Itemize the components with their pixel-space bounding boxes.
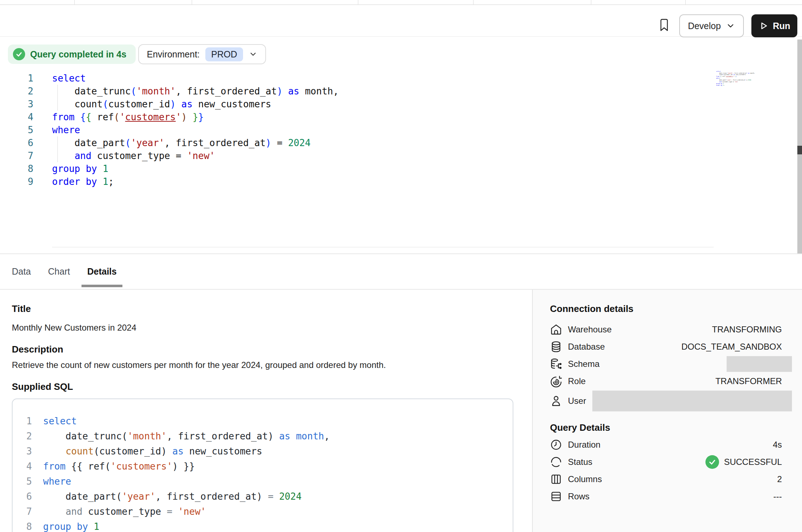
tab-divider [685,0,686,5]
line-number: 3 [25,444,32,459]
status-value: SUCCESSFUL [705,455,782,469]
editor-code: 1select2 date_trunc('month', first_order… [0,72,796,188]
check-circle-icon [13,48,25,60]
develop-dropdown-button[interactable]: Develop [679,14,744,37]
query-status-text: Query completed in 4s [30,49,126,60]
columns-label: Columns [568,474,602,484]
line-number: 3 [0,98,33,111]
toolbar: Develop Run [0,6,802,37]
vertical-scrollbar[interactable] [797,39,802,253]
code-line: 3 count(customer_id) as new_customers [25,444,500,459]
database-icon [550,341,562,353]
code-line: 4from {{ ref('customers') }} [0,111,796,123]
tab-divider [358,0,358,5]
success-badge-icon [705,455,719,469]
warehouse-icon [550,323,562,336]
user-row: User [550,390,792,412]
rows-value: --- [773,491,782,501]
line-number: 7 [25,504,32,519]
supplied-sql-heading: Supplied SQL [12,381,73,392]
code-line: order by 1; [716,84,756,86]
warehouse-label: Warehouse [568,325,612,335]
duration-row: Duration4s [550,436,792,453]
details-pane: Title Monthly New Customers in 2024 Desc… [0,290,532,532]
title-heading: Title [12,303,31,314]
tab-details[interactable]: Details [87,254,117,289]
chevron-down-icon [726,21,735,31]
sql-editor[interactable]: 1select2 date_trunc('month', first_order… [0,72,796,253]
user-label: User [568,396,586,406]
environment-dropdown[interactable]: Environment: PROD [138,44,266,64]
run-button[interactable]: Run [751,14,797,37]
rows-row: Rows--- [550,488,792,505]
role-row: RoleTRANSFORMER [550,373,792,390]
minimap[interactable]: select date_trunc('month', first_ordered… [716,70,756,92]
schema-label: Schema [568,359,600,369]
duration-label: Duration [568,440,601,450]
schema-row: Schema [550,355,792,373]
schema-icon [550,358,562,370]
user-redacted-value [592,391,792,411]
code-line: 1select [0,72,796,85]
rows-label: Rows [568,491,589,501]
query-status-pill: Query completed in 4s [8,45,136,64]
code-line: 4from {{ ref('customers') }} [25,459,500,474]
columns-row: Columns2 [550,471,792,488]
columns-value: 2 [777,474,782,484]
tab-divider [473,0,474,5]
code-line: 1select [25,414,500,429]
line-number: 9 [0,175,33,188]
line-number: 5 [0,123,33,136]
code-line: 7 and customer_type = 'new' [0,149,796,162]
code-line: 5where [0,123,796,136]
role-icon [550,375,562,387]
code-line: 8group by 1 [0,162,796,175]
warehouse-value: TRANSFORMING [712,325,782,335]
tab-divider [591,0,591,5]
line-number: 4 [0,111,33,123]
top-tab-strip [0,0,802,5]
line-number: 8 [25,519,32,532]
tab-divider [192,0,192,5]
line-number: 6 [0,136,33,149]
supplied-sql-card: 1select2 date_trunc('month', first_order… [12,398,513,532]
indent-guide [57,136,58,162]
line-number: 5 [25,474,32,489]
status-icon [550,456,562,468]
tab-data[interactable]: Data [12,254,31,289]
scrollbar-thumb[interactable] [797,146,802,154]
schema-redacted-value [727,356,792,372]
code-line: 8group by 1 [25,519,500,532]
chevron-down-icon [249,50,257,59]
connection-panel: Connection details WarehouseTRANSFORMING… [532,290,802,532]
environment-label: Environment: [147,49,200,60]
line-number: 1 [0,72,33,85]
description-value: Retrieve the count of new customers per … [12,360,386,370]
database-label: Database [568,342,605,352]
duration-icon [550,439,562,451]
role-label: Role [568,376,586,386]
code-line: 3 count(customer_id) as new_customers [0,98,796,111]
database-value: DOCS_TEAM_SANDBOX [681,342,782,352]
environment-value-pill: PROD [205,47,243,61]
code-line: 2 date_trunc('month', first_ordered_at) … [25,429,500,444]
description-heading: Description [12,344,63,355]
query-details-heading: Query Details [550,422,792,433]
code-line: 7 and customer_type = 'new' [25,504,500,519]
line-number: 2 [0,85,33,98]
user-icon [550,395,562,407]
line-number: 8 [0,162,33,175]
status-row: StatusSUCCESSFUL [550,453,792,471]
code-line: 5where [25,474,500,489]
database-row: DatabaseDOCS_TEAM_SANDBOX [550,338,792,355]
tab-divider [74,0,75,5]
run-label: Run [773,21,791,31]
develop-label: Develop [688,21,721,31]
line-number: 4 [25,459,32,474]
app-window: Develop Run Query completed in 4s Enviro… [0,0,802,532]
code-line: 9order by 1; [0,175,796,188]
status-label: Status [568,457,592,467]
tab-chart[interactable]: Chart [48,254,70,289]
connection-details-heading: Connection details [550,303,792,314]
bookmark-button[interactable] [657,17,672,34]
